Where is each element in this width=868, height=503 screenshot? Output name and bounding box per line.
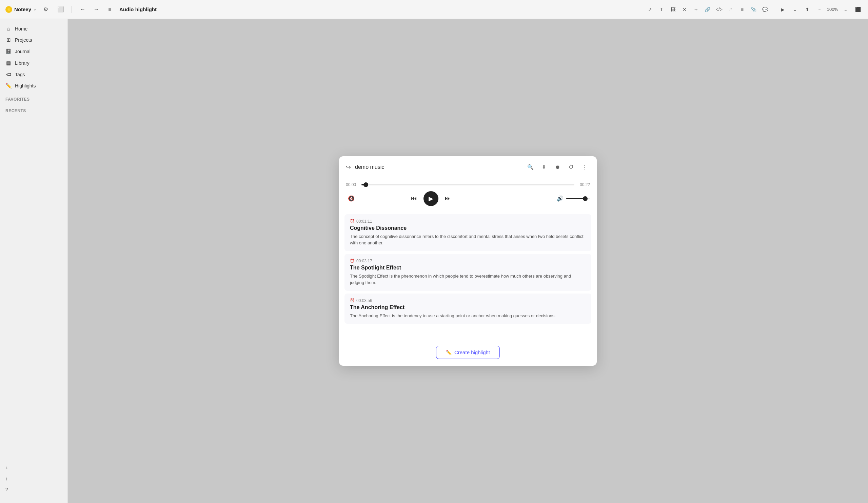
add-button[interactable]: + [0, 462, 68, 473]
divider [72, 6, 72, 13]
segment-timestamp: 00:01:11 [356, 219, 372, 224]
create-highlight-label: Create highlight [454, 349, 490, 355]
share-button[interactable]: ⬆ [803, 5, 812, 14]
sidebar-label-library: Library [15, 60, 30, 66]
app-logo[interactable]: 🌟 Noteey ⌄ [6, 6, 36, 13]
more-button[interactable]: ··· [815, 5, 824, 14]
rewind-button[interactable]: ⏮ [409, 193, 420, 204]
app-name: Noteey [14, 7, 31, 12]
clock-icon: ⏰ [350, 259, 355, 263]
segment-title: The Anchoring Effect [350, 304, 586, 311]
image-tool[interactable]: 🖼 [668, 5, 678, 14]
search-audio-button[interactable]: 🔍 [525, 162, 536, 172]
cursor-tool[interactable]: ↗ [645, 5, 655, 14]
sidebar-item-library[interactable]: ▦ Library [0, 57, 68, 69]
attach-tool[interactable]: 📎 [749, 5, 758, 14]
segment-title: The Spotlight Effect [350, 265, 586, 271]
sidebar-toggle-button[interactable]: ⬜ [55, 4, 66, 15]
main-content: ↪ demo music 🔍 ⬇ ⏺ ⏱ ⋮ 00:00 [68, 19, 868, 503]
download-button[interactable]: ⬇ [538, 162, 549, 172]
shape-tool[interactable]: ✕ [680, 5, 689, 14]
journal-icon: 📓 [6, 49, 11, 55]
library-icon: ▦ [6, 60, 11, 66]
chevron-down-icon: ⌄ [33, 7, 36, 11]
volume-section: 🔊 [557, 195, 590, 202]
text-tool[interactable]: T [657, 5, 666, 14]
volume-thumb [583, 196, 588, 201]
progress-bar[interactable] [361, 184, 575, 186]
help-icon: ? [6, 487, 8, 492]
more-options-button[interactable]: ⋮ [579, 162, 590, 172]
grid-tool[interactable]: # [726, 5, 735, 14]
sidebar-label-projects: Projects [15, 37, 32, 43]
segment-card[interactable]: ⏰ 00:03:56 The Anchoring Effect The Anch… [344, 294, 591, 324]
segment-card[interactable]: ⏰ 00:01:11 Cognitive Dissonance The conc… [344, 214, 591, 251]
volume-fill [566, 198, 585, 199]
code-tool[interactable]: </> [714, 5, 724, 14]
zoom-dropdown-button[interactable]: ⌄ [841, 5, 850, 14]
audio-header: ↪ demo music 🔍 ⬇ ⏺ ⏱ ⋮ [339, 156, 597, 178]
sidebar-label-tags: Tags [15, 72, 25, 77]
layout-button[interactable]: ⬛ [853, 5, 862, 14]
playback-controls: ⏮ ▶ ⏭ [409, 191, 453, 206]
segment-card[interactable]: ⏰ 00:03:17 The Spotlight Effect The Spot… [344, 254, 591, 291]
segments-list: ⏰ 00:01:11 Cognitive Dissonance The conc… [339, 211, 597, 327]
sidebar-item-tags[interactable]: 🏷 Tags [0, 69, 68, 80]
volume-icon: 🔊 [557, 195, 564, 202]
page-title: Audio highlight [119, 7, 157, 12]
upload-button[interactable]: ↑ [0, 473, 68, 484]
forward-button[interactable]: → [91, 4, 102, 15]
layout: ⌂ Home ⊞ Projects 📓 Journal ▦ Library 🏷 … [0, 19, 868, 503]
current-time: 00:00 [346, 182, 358, 187]
total-time: 00:22 [578, 182, 590, 187]
sidebar-item-projects[interactable]: ⊞ Projects [0, 34, 68, 46]
segment-description: The concept of cognitive dissonance refe… [350, 233, 586, 247]
list-button[interactable]: ≡ [104, 4, 115, 15]
play-dropdown-button[interactable]: ⌄ [790, 5, 800, 14]
clock-icon: ⏰ [350, 219, 355, 223]
sidebar-item-journal[interactable]: 📓 Journal [0, 46, 68, 57]
sidebar-label-journal: Journal [15, 49, 31, 54]
fast-forward-button[interactable]: ⏭ [443, 193, 453, 204]
logo-icon: 🌟 [6, 6, 12, 13]
subtitle-icon: 🔇 [348, 195, 355, 202]
volume-slider[interactable] [566, 198, 590, 199]
clock-icon: ⏰ [350, 298, 355, 303]
skip-icon[interactable]: ↪ [346, 164, 351, 171]
sidebar-item-home[interactable]: ⌂ Home [0, 23, 68, 34]
sidebar-label-home: Home [15, 26, 28, 32]
projects-icon: ⊞ [6, 37, 11, 43]
segment-time: ⏰ 00:03:17 [350, 259, 586, 263]
comment-tool[interactable]: 💬 [761, 5, 770, 14]
timer-button[interactable]: ⏱ [566, 162, 576, 172]
record-button[interactable]: ⏺ [552, 162, 563, 172]
toolbar: ↗ T 🖼 ✕ → 🔗 </> # ≡ 📎 💬 [645, 5, 770, 14]
help-button[interactable]: ? [0, 484, 68, 495]
progress-section: 00:00 00:22 [339, 178, 597, 187]
play-button[interactable]: ▶ [778, 5, 788, 14]
segment-timestamp: 00:03:17 [356, 259, 372, 263]
favorites-section-label: Favorites [0, 92, 68, 103]
list-tool[interactable]: ≡ [737, 5, 747, 14]
play-pause-button[interactable]: ▶ [423, 191, 438, 206]
segment-description: The Spotlight Effect is the phenomenon i… [350, 273, 586, 286]
controls-row: 🔇 ⏮ ▶ ⏭ 🔊 [339, 187, 597, 211]
arrow-tool[interactable]: → [691, 5, 701, 14]
link-tool[interactable]: 🔗 [703, 5, 712, 14]
segment-title: Cognitive Dissonance [350, 225, 586, 231]
highlights-icon: ✏️ [6, 83, 11, 89]
sidebar-item-highlights[interactable]: ✏️ Highlights [0, 80, 68, 92]
sidebar: ⌂ Home ⊞ Projects 📓 Journal ▦ Library 🏷 … [0, 19, 68, 503]
create-highlight-button[interactable]: ✏️ Create highlight [436, 346, 500, 359]
sidebar-label-highlights: Highlights [15, 83, 35, 88]
back-button[interactable]: ← [77, 4, 88, 15]
segment-time: ⏰ 00:01:11 [350, 219, 586, 224]
modal-footer: ✏️ Create highlight [339, 340, 597, 366]
settings-button[interactable]: ⚙ [40, 4, 51, 15]
modal-spacer [339, 326, 597, 340]
segment-time: ⏰ 00:03:56 [350, 298, 586, 303]
subtitle-button[interactable]: 🔇 [346, 193, 357, 204]
topbar: 🌟 Noteey ⌄ ⚙ ⬜ ← → ≡ Audio highlight ↗ T… [0, 0, 868, 19]
play-icon: ▶ [428, 195, 433, 202]
add-icon: + [6, 465, 8, 470]
